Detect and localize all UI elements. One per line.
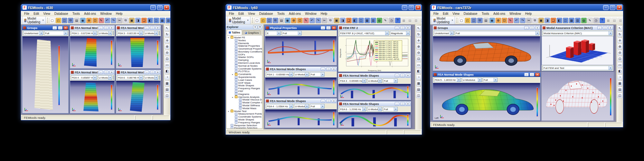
snapshot-icon[interactable]: ◉ — [80, 18, 86, 23]
menu-item[interactable]: Help — [319, 12, 329, 16]
menu-item[interactable]: File — [431, 12, 440, 16]
child-maximize-button[interactable]: □ — [400, 74, 405, 77]
undo-icon[interactable]: ↶ — [309, 18, 315, 23]
menu-item[interactable]: Database — [462, 12, 479, 16]
close-button[interactable]: ✕ — [164, 5, 169, 10]
cascade-icon[interactable]: ▦ — [160, 18, 165, 23]
new-file-icon[interactable]: ▢ — [459, 18, 464, 23]
dropdown[interactable]: Full▾ — [455, 31, 539, 35]
tab-graphics[interactable]: ◪Graphics — [243, 30, 261, 35]
new-window-icon[interactable]: ❏ — [346, 18, 352, 23]
child-maximize-button[interactable]: □ — [326, 99, 331, 103]
tile-horizontal-icon[interactable]: ◧ — [557, 18, 562, 23]
open-file-icon[interactable]: ◰ — [260, 18, 266, 23]
render-icon[interactable]: ✎ — [303, 18, 309, 23]
render-icon[interactable]: ✎ — [99, 18, 104, 23]
annotate-icon[interactable]: ▤ — [165, 87, 170, 92]
select-icon[interactable]: ↖ — [617, 25, 622, 31]
child-minimize-button[interactable]: – — [395, 26, 399, 30]
redo-icon[interactable]: ↷ — [111, 18, 116, 23]
child-titlebar[interactable]: FEA Normal Mode Shapes–□✕ — [116, 25, 161, 30]
menu-item[interactable]: Add-ons — [287, 12, 303, 16]
insert-icon[interactable]: ◨ — [545, 18, 550, 23]
edit-icon[interactable]: ✎ — [383, 18, 388, 23]
front-view-icon[interactable]: ▭ — [416, 62, 421, 68]
menu-item[interactable]: File — [22, 12, 31, 16]
viewport-3d[interactable]: Left — [433, 83, 540, 120]
copy-icon[interactable]: ⧉ — [532, 18, 538, 23]
viewport-3d[interactable] — [116, 36, 161, 69]
tree-item[interactable]: Mode Shapes — [227, 84, 262, 87]
menu-item[interactable]: Add-ons — [82, 12, 98, 16]
minimize-button[interactable]: – — [150, 5, 156, 10]
print-icon[interactable]: ▤ — [483, 18, 489, 23]
viewport-3d[interactable] — [116, 80, 161, 113]
model-updating-button[interactable]: Model Updating ▾ — [431, 16, 455, 24]
child-maximize-button[interactable]: □ — [150, 26, 155, 30]
iso-view-icon[interactable]: ◧ — [416, 68, 421, 74]
dropdown[interactable]: Full▾ — [383, 79, 398, 83]
child-minimize-button[interactable]: – — [395, 102, 399, 106]
paste-icon[interactable]: ▣ — [129, 18, 135, 23]
pan-icon[interactable]: ✛ — [416, 38, 421, 43]
dropdown[interactable]: Full▾ — [483, 78, 497, 82]
window-layout-icon[interactable]: ◫ — [165, 93, 170, 98]
world-icon[interactable]: ◍ — [581, 18, 587, 23]
zoom-region-icon[interactable]: ⊡ — [297, 18, 303, 23]
pan-icon[interactable]: ✛ — [617, 38, 622, 43]
help-icon[interactable]: ? — [600, 18, 605, 23]
close-all-icon[interactable]: ▥ — [575, 18, 581, 23]
menu-item[interactable]: Database — [52, 12, 70, 16]
child-maximize-button[interactable]: □ — [530, 26, 534, 30]
child-titlebar[interactable]: FEA Normal Mode Shapes–□✕ — [70, 70, 115, 75]
tree-item[interactable]: ▾ Model Test — [227, 110, 262, 113]
tile-vertical-icon[interactable]: ◫ — [358, 18, 364, 23]
maximize-button[interactable]: □ — [157, 5, 163, 10]
grid-icon[interactable]: ▤ — [612, 18, 617, 23]
test-fea-pairing-viewport[interactable] — [541, 72, 614, 121]
viewport-3d[interactable] — [338, 84, 411, 100]
tree-item[interactable]: Coordinate Systems — [227, 67, 262, 70]
tree-item[interactable]: Modal Complex Stiffness — [227, 101, 262, 104]
save-icon[interactable]: ◫ — [471, 18, 477, 23]
child-close-button[interactable]: ✕ — [156, 71, 160, 74]
viewport-3d[interactable] — [433, 36, 540, 71]
wireframe-icon[interactable]: ▦ — [165, 80, 170, 86]
window-titlebar[interactable]: F FEMtools - cars7372r – □ ✕ — [430, 4, 623, 11]
clock-icon[interactable]: ◷ — [593, 18, 599, 23]
child-minimize-button[interactable]: – — [99, 26, 103, 30]
child-maximize-button[interactable]: □ — [58, 26, 62, 30]
fit-view-icon[interactable]: ⊡ — [165, 56, 170, 62]
zoom-region-icon[interactable]: ⊡ — [502, 18, 507, 23]
cascade-icon[interactable]: ▦ — [365, 18, 370, 23]
window-titlebar[interactable]: F FEMtools - ly60 – □ ✕ — [226, 4, 422, 11]
dropdown[interactable]: Undeformed▾ — [23, 31, 43, 35]
child-maximize-button[interactable]: □ — [104, 26, 109, 30]
tile-horizontal-icon[interactable]: ◧ — [352, 18, 358, 23]
child-maximize-button[interactable]: □ — [603, 26, 607, 30]
clock-icon[interactable]: ◷ — [389, 18, 394, 23]
dropdown[interactable]: FEA 1 - 0.65060 Hz▾ — [266, 72, 293, 77]
grid-icon[interactable]: ▤ — [407, 18, 413, 23]
menu-item[interactable]: Edit — [236, 12, 246, 16]
dropdown[interactable]: U-Modulus▾ — [367, 107, 382, 111]
save-icon[interactable]: ◫ — [267, 18, 272, 23]
tree-item[interactable]: Damping — [227, 59, 262, 62]
window-titlebar[interactable]: F FEMtools - t630 – □ ✕ — [21, 4, 170, 11]
tile-vertical-icon[interactable]: ◫ — [563, 18, 568, 23]
dropdown[interactable]: FEM FRF 8 (+24UZ, +987UZ)▾ — [339, 31, 389, 35]
menu-item[interactable]: View — [246, 12, 257, 16]
dropdown[interactable]: FEA 6 - 1.2096 Hz▾ — [339, 107, 366, 111]
dropdown[interactable]: FEA 1 - 0.67244 Hz▾ — [71, 31, 97, 35]
open-file-icon[interactable]: ◰ — [56, 18, 61, 23]
tree-item[interactable]: Modal Viscous Damping — [227, 99, 262, 101]
tree-item[interactable]: DOF Mask — [227, 81, 262, 84]
menu-item[interactable]: File — [227, 12, 236, 16]
zoom-in-view-icon[interactable]: ⊕ — [165, 44, 170, 49]
child-close-button[interactable]: ✕ — [406, 74, 410, 77]
redo-icon[interactable]: ↷ — [520, 18, 526, 23]
tree-item[interactable]: Material Properties — [227, 44, 262, 47]
table-icon[interactable]: ▦ — [606, 18, 611, 23]
dropdown[interactable]: Full FEM and Test▾ — [543, 66, 612, 70]
tree-item[interactable]: Load Cases — [227, 79, 262, 81]
